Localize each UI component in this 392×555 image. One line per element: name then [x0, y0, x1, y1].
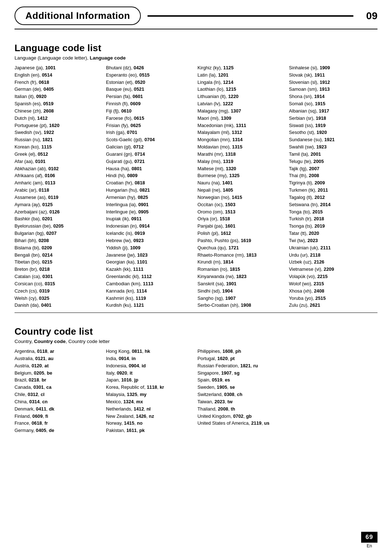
country-entry: Sweden, 1905, se [197, 384, 286, 391]
language-entry: Tamil (ta), 2001 [289, 151, 377, 158]
language-entry: Thai (th), 2008 [289, 172, 377, 179]
language-entry: Zulu (zu), 2621 [289, 302, 377, 309]
language-entry: Kinyarwanda (rw), 1823 [197, 273, 286, 280]
language-entry: Afrikaans (af), 0106 [15, 172, 103, 179]
language-entry: Bulgarian (bg), 0207 [15, 230, 103, 237]
country-entry: United Kingdom, 0702, gb [197, 413, 286, 420]
language-entry: Bhutani (dz), 0426 [106, 64, 195, 72]
language-entry: Tsonga (ts), 2019 [289, 223, 377, 230]
country-entry: Spain, 0519, es [197, 376, 286, 384]
language-entry: Assamese (as), 0119 [15, 194, 103, 201]
chapter-number: 09 [360, 10, 377, 22]
country-entry: United States of America, 2119, us [197, 420, 286, 427]
language-entry: Bengali (bn), 0214 [15, 252, 103, 259]
language-entry: Malay (ms), 1319 [197, 158, 286, 165]
language-entry: Serbo-Croatian (sh), 1908 [197, 302, 286, 309]
language-entry: Catalan (ca), 0301 [15, 273, 103, 280]
language-entry: Occitan (oc), 1503 [197, 201, 286, 208]
language-entry: Uzbek (uz), 2126 [289, 258, 377, 266]
language-entry: Oriya (or), 1518 [197, 215, 286, 223]
page-header: Additional Information 09 [15, 0, 377, 29]
language-entry: Italian (it), 0920 [15, 93, 103, 100]
language-entry: Kannada (kn), 1114 [106, 287, 195, 295]
language-entry: Norwegian (no), 1415 [197, 194, 286, 201]
language-entry: Moldavian (mo), 1315 [197, 143, 286, 151]
country-entry: Taiwan, 2023, tw [197, 398, 286, 405]
language-entry: Hungarian (hu), 0821 [106, 187, 195, 194]
language-entry: Siswati (ss), 1919 [289, 122, 377, 129]
language-entry: Oromo (om), 1513 [197, 208, 286, 216]
language-entry: Sesotho (st), 1920 [289, 129, 377, 136]
language-entry: Maltese (mt), 1320 [197, 165, 286, 172]
language-entry: Sundanese (su), 1921 [289, 136, 377, 143]
language-entry: Bihari (bh), 0208 [15, 237, 103, 244]
country-entry: Switzerland, 0308, ch [197, 391, 286, 398]
language-list-grid: Japanese (ja), 1001English (en), 0514Fre… [15, 64, 377, 309]
language-entry: Fiji (fj), 0610 [106, 107, 195, 115]
language-entry: Sanskrit (sa), 1901 [197, 280, 286, 287]
language-entry: Urdu (ur), 2118 [289, 252, 377, 259]
language-col-1: Bhutani (dz), 0426Esperanto (eo), 0515Es… [106, 64, 195, 309]
language-entry: Slovenian (sl), 1912 [289, 79, 377, 86]
language-entry: Afar (aa), 0101 [15, 158, 103, 165]
language-entry: Bislama (bi), 0209 [15, 244, 103, 252]
country-entry: Japan, 1016, jp [106, 376, 195, 384]
language-entry: Dutch (nl), 1412 [15, 115, 103, 122]
language-entry: Twi (tw), 2023 [289, 237, 377, 244]
language-entry: Polish (pl), 1612 [197, 230, 286, 237]
language-entry: Macedonian (mk), 1311 [197, 122, 286, 129]
language-entry: Georgian (ka), 1101 [106, 258, 195, 266]
language-entry: Korean (ko), 1115 [15, 143, 103, 151]
language-entry: Yoruba (yo), 2515 [289, 295, 377, 302]
language-entry: Galician (gl), 0712 [106, 143, 195, 151]
language-entry: Azerbaijani (az), 0126 [15, 208, 103, 216]
language-entry: Chinese (zh), 2608 [15, 107, 103, 115]
language-entry: Setswana (tn), 2014 [289, 201, 377, 208]
language-entry: Tajik (tg), 2007 [289, 165, 377, 172]
language-entry: Mongolian (mn), 1314 [197, 136, 286, 143]
language-entry: Tagalog (tl), 2012 [289, 194, 377, 201]
language-entry: Yiddish (ji), 1009 [106, 244, 195, 252]
language-entry: Croatian (hr), 0818 [106, 179, 195, 187]
language-entry: Frisian (fy), 0625 [106, 122, 195, 129]
language-entry: Hebrew (iw), 0923 [106, 237, 195, 244]
language-entry: English (en), 0514 [15, 72, 103, 79]
language-entry: Sindhi (sd), 1904 [197, 287, 286, 295]
language-entry: Pashto, Pushto (ps), 1619 [197, 237, 286, 244]
language-entry: Romanian (ro), 1815 [197, 266, 286, 273]
language-entry: German (de), 0405 [15, 86, 103, 93]
country-col-0: Argentina, 0118, arAustralia, 0121, auAu… [15, 348, 103, 434]
country-section-title: Country code list [15, 326, 377, 337]
header-divider [147, 15, 354, 17]
language-entry: Finnish (fi), 0609 [106, 100, 195, 107]
country-entry: Mexico, 1324, mx [106, 398, 195, 405]
country-entry: Norway, 1415, no [106, 420, 195, 427]
language-entry: Welsh (cy), 0325 [15, 295, 103, 302]
country-entry: Malaysia, 1325, my [106, 391, 195, 398]
language-entry: Xhosa (xh), 2408 [289, 287, 377, 295]
language-entry: Portuguese (pt), 1620 [15, 122, 103, 129]
language-entry: Arabic (ar), 0118 [15, 187, 103, 194]
language-entry: Tatar (tt), 2020 [289, 230, 377, 237]
country-entry: Brazil, 0218, br [15, 376, 103, 384]
language-entry: Tigrinya (ti), 2009 [289, 179, 377, 187]
country-subtitle-bold1: Country code [34, 339, 66, 344]
language-entry: Gujarati (gu), 0721 [106, 158, 195, 165]
language-entry: Panjabi (pa), 1601 [197, 223, 286, 230]
language-entry: French (fr), 0618 [15, 79, 103, 86]
language-entry: Wolof (wo), 2315 [289, 280, 377, 287]
language-entry: Albanian (sq), 1917 [289, 107, 377, 115]
language-entry: Indonesian (in), 0914 [106, 223, 195, 230]
country-col-2: Philippines, 1608, phPortugal, 1620, ptR… [197, 348, 286, 434]
language-entry: Cambodian (km), 1113 [106, 280, 195, 287]
language-entry: Hindi (hi), 0809 [106, 172, 195, 179]
language-subtitle-plain: Language (Language code letter), [15, 55, 90, 61]
language-entry: Lithuanian (lt), 1220 [197, 93, 286, 100]
language-entry: Corsican (co), 0315 [15, 280, 103, 287]
language-entry: Malagasy (mg), 1307 [197, 107, 286, 115]
language-entry: Lingala (ln), 1214 [197, 79, 286, 86]
country-entry: Argentina, 0118, ar [15, 348, 103, 355]
language-entry: Turkish (tr), 2018 [289, 215, 377, 223]
language-entry: Basque (eu), 0521 [106, 86, 195, 93]
language-section-subtitle: Language (Language code letter), Languag… [15, 55, 377, 61]
